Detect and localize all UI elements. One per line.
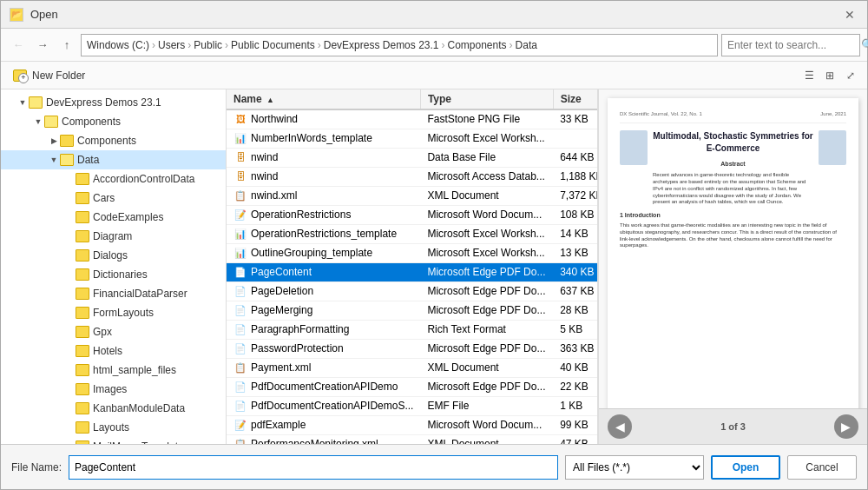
expand-icon: [63, 230, 76, 242]
dialog-title: Open: [30, 8, 58, 21]
expand-icon: [63, 421, 76, 434]
close-button[interactable]: ✕: [841, 6, 858, 23]
abstract-text: Recent advances in game-theoretic techno…: [653, 172, 813, 206]
file-table: Name ▲ Type Size 🖼NorthwindFastStone PNG…: [227, 89, 598, 444]
sidebar-item-images[interactable]: Images: [1, 380, 226, 399]
new-folder-icon: [13, 70, 27, 82]
view-large-icons-button[interactable]: ⊞: [820, 66, 839, 85]
sidebar-item-dictionaries[interactable]: Dictionaries: [1, 265, 226, 284]
table-row[interactable]: 📊OutlineGrouping_templateMicrosoft Excel…: [227, 243, 598, 262]
folder-icon: [76, 288, 89, 300]
folder-icon: [76, 173, 89, 185]
filename-input[interactable]: [69, 455, 558, 480]
main-area: ▼ DevExpress Demos 23.1 ▼ Components ▶ C…: [1, 89, 867, 444]
search-input[interactable]: [727, 39, 858, 51]
file-name: PageContent: [251, 266, 312, 278]
sidebar-item-components-root[interactable]: ▼ Components: [1, 112, 226, 131]
file-name-cell: 📊OutlineGrouping_template: [227, 243, 420, 262]
table-row[interactable]: 📝pdfExampleMicrosoft Word Docum...99 KB: [227, 415, 598, 434]
table-row[interactable]: 📊OperationRestrictions_templateMicrosoft…: [227, 224, 598, 243]
sidebar-item-cars[interactable]: Cars: [1, 189, 226, 208]
table-row[interactable]: 📋nwind.xmlXML Document7,372 KB: [227, 186, 598, 205]
preview-prev-button[interactable]: ◀: [608, 414, 632, 439]
sidebar-item-components-sub[interactable]: ▶ Components: [1, 131, 226, 150]
expand-icon: [63, 173, 76, 185]
column-size[interactable]: Size: [553, 89, 598, 109]
table-row[interactable]: 📋PerformanceMonitoring.xmlXML Document47…: [227, 434, 598, 444]
table-row[interactable]: 📊NumberInWords_templateMicrosoft Excel W…: [227, 129, 598, 148]
file-type-cell: Microsoft Excel Worksh...: [420, 224, 553, 243]
file-icon: 📄: [233, 341, 247, 355]
table-row[interactable]: 📄PageContentMicrosoft Edge PDF Do...340 …: [227, 262, 598, 281]
preview-content: DX Scientific Journal, Vol. 22, No. 1 Ju…: [599, 89, 867, 408]
path-part-6: Components: [448, 39, 507, 51]
file-icon: 📋: [233, 437, 247, 444]
column-type[interactable]: Type: [420, 89, 553, 109]
sidebar-item-data[interactable]: ▼ Data: [1, 150, 226, 169]
file-name-cell: 📄ParagraphFormatting: [227, 320, 420, 339]
intro-title: 1 Introduction: [620, 211, 846, 220]
sidebar-item-label: Components: [62, 116, 121, 128]
intro-text: This work agrees that game-theoretic mod…: [620, 222, 846, 249]
table-row[interactable]: 📄PasswordProtectionMicrosoft Edge PDF Do…: [227, 339, 598, 358]
folder-icon: [76, 383, 89, 395]
table-row[interactable]: 📄PdfDocumentCreationAPIDemoMicrosoft Edg…: [227, 377, 598, 396]
table-row[interactable]: 📄ParagraphFormattingRich Text Format5 KB: [227, 320, 598, 339]
table-row[interactable]: 📋Payment.xmlXML Document40 KB: [227, 358, 598, 377]
file-size-cell: 99 KB: [553, 415, 598, 434]
table-row[interactable]: 📝OperationRestrictionsMicrosoft Word Doc…: [227, 205, 598, 224]
sidebar-item-gpx[interactable]: Gpx: [1, 322, 226, 341]
file-name: Northwind: [251, 113, 298, 125]
path-bar[interactable]: Windows (C:) › Users › Public › Public D…: [81, 34, 718, 56]
sidebar-item-label: FinancialDataParser: [93, 288, 187, 300]
expand-icon: [63, 402, 76, 414]
dialog-icon: 📂: [10, 8, 23, 22]
sidebar-item-dialogs[interactable]: Dialogs: [1, 246, 226, 265]
folder-icon: [76, 192, 89, 204]
sidebar-item-layouts[interactable]: Layouts: [1, 418, 226, 437]
sidebar-item-financialdataparser[interactable]: FinancialDataParser: [1, 284, 226, 303]
sidebar-item-formlayouts[interactable]: FormLayouts: [1, 303, 226, 322]
folder-icon: [76, 402, 89, 414]
sidebar-item-codeexamples[interactable]: CodeExamples: [1, 208, 226, 227]
folder-icon: [76, 230, 89, 242]
sidebar-item-htmlsamplefiles[interactable]: html_sample_files: [1, 361, 226, 380]
file-size-cell: 13 KB: [553, 243, 598, 262]
folder-icon: [76, 307, 89, 319]
table-row[interactable]: 🖼NorthwindFastStone PNG File33 KB: [227, 109, 598, 129]
sidebar-item-label: KanbanModuleData: [93, 402, 185, 414]
back-button[interactable]: ←: [8, 35, 29, 56]
intro-section: 1 Introduction This work agrees that gam…: [620, 211, 846, 249]
preview-next-button[interactable]: ▶: [834, 414, 858, 439]
sidebar-item-diagram[interactable]: Diagram: [1, 227, 226, 246]
column-name[interactable]: Name ▲: [227, 89, 420, 109]
doc-header-right: June, 2021: [820, 110, 846, 117]
folder-icon: [44, 116, 58, 128]
open-button[interactable]: Open: [711, 455, 780, 480]
table-row[interactable]: 📄PageDeletionMicrosoft Edge PDF Do...637…: [227, 281, 598, 301]
sidebar-item-accordioncontroldata[interactable]: AccordionControlData: [1, 169, 226, 189]
table-row[interactable]: 🗄nwindData Base File644 KB: [227, 148, 598, 167]
doc-title: Multimodal, Stochastic Symmetries for E-…: [653, 130, 813, 155]
path-part-7: Data: [516, 39, 537, 51]
filetype-select[interactable]: All Files (*.*): [565, 455, 704, 480]
file-size-cell: 14 KB: [553, 224, 598, 243]
search-box: 🔍: [721, 34, 860, 56]
table-row[interactable]: 🗄nwindMicrosoft Access Datab...1,188 KB: [227, 167, 598, 186]
sidebar-item-devexpress[interactable]: ▼ DevExpress Demos 23.1: [1, 93, 226, 112]
folder-icon: [60, 154, 74, 166]
file-icon: 📄: [233, 380, 247, 394]
file-name-cell: 📋PerformanceMonitoring.xml: [227, 434, 420, 444]
table-row[interactable]: 📄PdfDocumentCreationAPIDemoS...EMF File1…: [227, 396, 598, 415]
sidebar-item-kanbanmoduledata[interactable]: KanbanModuleData: [1, 399, 226, 418]
cancel-button[interactable]: Cancel: [787, 455, 857, 480]
sidebar-item-mailmergetemplates[interactable]: MailMergeTemplates: [1, 437, 226, 444]
sidebar-item-hotels[interactable]: Hotels: [1, 341, 226, 361]
view-details-button[interactable]: ☰: [799, 66, 819, 85]
forward-button[interactable]: →: [32, 35, 53, 56]
expand-icon: [63, 345, 76, 357]
table-row[interactable]: 📄PageMergingMicrosoft Edge PDF Do...28 K…: [227, 301, 598, 320]
view-fullscreen-button[interactable]: ⤢: [841, 66, 860, 85]
new-folder-button[interactable]: New Folder: [8, 68, 90, 83]
up-button[interactable]: ↑: [56, 35, 77, 56]
